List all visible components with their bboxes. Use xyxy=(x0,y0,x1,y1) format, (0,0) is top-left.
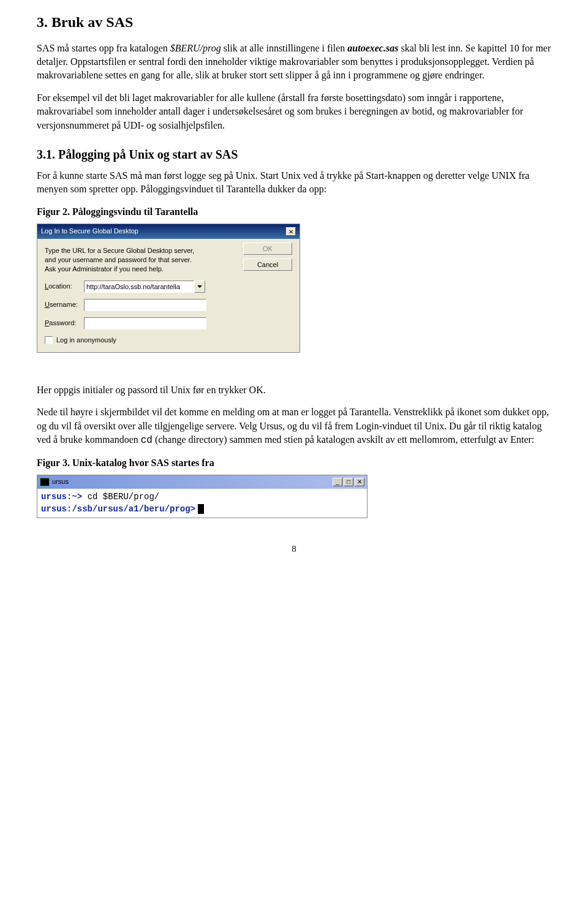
location-dropdown-button[interactable] xyxy=(194,281,205,293)
cancel-button[interactable]: Cancel xyxy=(243,258,292,271)
para-5-cmd: cd xyxy=(141,435,153,446)
terminal-body[interactable]: ursus:~> cd $BERU/prog/ ursus:/ssb/ursus… xyxy=(37,489,367,518)
para-1-a: SAS må startes opp fra katalogen xyxy=(37,43,170,53)
terminal-cursor xyxy=(198,504,204,514)
login-button-col: OK Cancel xyxy=(243,243,292,274)
page-number: 8 xyxy=(37,543,551,556)
login-description: Type the URL for a Secure Global Desktop… xyxy=(45,246,198,274)
para-1: SAS må startes opp fra katalogen $BERU/p… xyxy=(37,42,551,83)
terminal-titlebar: ursus _ □ ✕ xyxy=(37,475,367,489)
location-label: Location: xyxy=(45,282,84,291)
para-1-path: $BERU/prog xyxy=(170,43,221,53)
close-icon[interactable]: ✕ xyxy=(286,227,296,236)
ok-button[interactable]: OK xyxy=(243,243,292,255)
login-dialog-title: Log In to Secure Global Desktop xyxy=(41,227,138,236)
terminal-prompt-2: ursus:/ssb/ursus/a1/beru/prog> xyxy=(41,504,195,514)
anon-checkbox[interactable] xyxy=(45,336,53,344)
section-heading-3: 3. Bruk av SAS xyxy=(37,12,551,33)
terminal-icon xyxy=(40,478,50,486)
para-4: Her oppgis initialer og passord til Unix… xyxy=(37,383,551,397)
anon-label: Log in anonymously xyxy=(56,336,116,345)
maximize-icon[interactable]: □ xyxy=(344,478,353,486)
terminal-prompt-1: ursus:~> xyxy=(41,492,88,502)
terminal-window: ursus _ □ ✕ ursus:~> cd $BERU/prog/ ursu… xyxy=(37,475,368,518)
terminal-command: cd $BERU/prog/ xyxy=(88,492,160,502)
password-input[interactable] xyxy=(84,317,206,330)
chevron-down-icon xyxy=(197,285,202,288)
para-1-c: slik at alle innstillingene i filen xyxy=(221,43,348,53)
terminal-line-2: ursus:/ssb/ursus/a1/beru/prog> xyxy=(41,503,363,516)
password-label: Password: xyxy=(45,318,84,328)
login-dialog: Log In to Secure Global Desktop ✕ OK Can… xyxy=(37,224,300,353)
para-5: Nede til høyre i skjermbildet vil det ko… xyxy=(37,405,551,447)
figure-3-caption: Figur 3. Unix-katalog hvor SAS startes f… xyxy=(37,456,551,470)
terminal-title: ursus xyxy=(52,477,69,486)
para-1-file: autoexec.sas xyxy=(347,43,398,53)
para-5-c: (change directory) sammen med stien på k… xyxy=(153,434,534,445)
para-3: For å kunne starte SAS må man først logg… xyxy=(37,169,551,197)
close-icon[interactable]: ✕ xyxy=(355,478,364,486)
minimize-icon[interactable]: _ xyxy=(333,478,342,486)
figure-2-caption: Figur 2. Påloggingsvindu til Tarantella xyxy=(37,205,551,219)
location-combo[interactable] xyxy=(84,281,205,293)
terminal-line-1: ursus:~> cd $BERU/prog/ xyxy=(41,491,363,503)
section-heading-3-1: 3.1. Pålogging på Unix og start av SAS xyxy=(37,146,551,163)
login-dialog-titlebar: Log In to Secure Global Desktop ✕ xyxy=(37,224,300,238)
username-label: Username: xyxy=(45,300,84,309)
para-2: For eksempel vil det bli laget makrovari… xyxy=(37,91,551,132)
username-input[interactable] xyxy=(84,299,206,311)
location-input[interactable] xyxy=(84,281,194,293)
